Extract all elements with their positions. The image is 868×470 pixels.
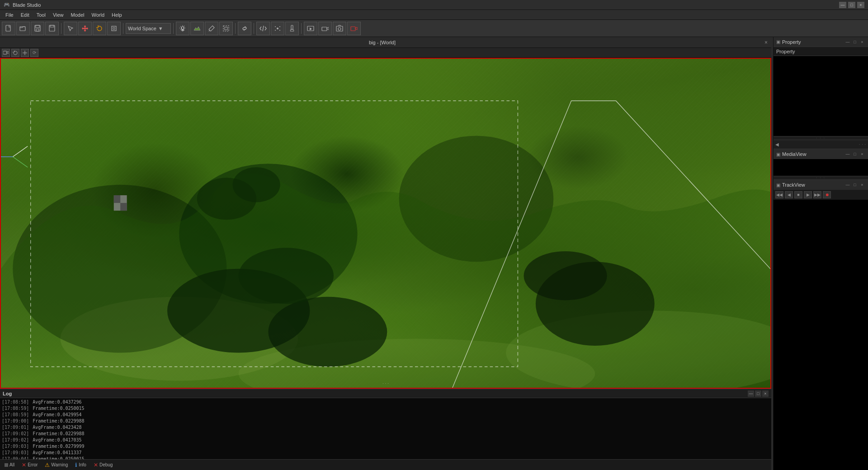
log-timestamp: [17:09:00]: [2, 418, 29, 424]
log-message: Frametime:0.0250015: [33, 456, 84, 459]
open-button[interactable]: [16, 22, 30, 35]
viewport-status: · · ·: [382, 381, 389, 386]
vp-refresh-button[interactable]: [11, 49, 19, 57]
minimize-button[interactable]: —: [839, 2, 846, 8]
track-view-close-button[interactable]: ×: [859, 182, 865, 188]
property-minimize-button[interactable]: —: [844, 39, 851, 45]
filter-all-button[interactable]: All: [3, 461, 16, 468]
rotate-button[interactable]: [93, 22, 106, 35]
coordinate-space-dropdown[interactable]: World Space ▼: [126, 23, 171, 34]
title-bar: 🎮 Blade Studio — □ ×: [0, 0, 868, 10]
menu-view[interactable]: View: [49, 11, 67, 19]
media-view-minimize-button[interactable]: —: [844, 151, 851, 157]
property-maximize-button[interactable]: □: [852, 39, 858, 45]
log-line: [17:09:04] Frametime:0.0250015: [2, 456, 769, 459]
brush-button[interactable]: [285, 22, 299, 35]
track-view-minimize-button[interactable]: —: [844, 182, 851, 188]
filter-debug-button[interactable]: ✕ Debug: [92, 461, 114, 469]
property-collapse-bar[interactable]: · · ·: [774, 136, 868, 140]
log-timestamp: [17:09:02]: [2, 437, 29, 443]
filter-error-button[interactable]: ✕ Error: [20, 461, 39, 469]
track-rewind-button[interactable]: ◀◀: [775, 191, 783, 198]
collapse-dots-2: · · ·: [859, 142, 866, 146]
viewport-canvas[interactable]: · · ·: [0, 58, 771, 389]
video-button[interactable]: [347, 22, 361, 35]
all-filter-icon: [5, 463, 8, 467]
viewport-toolbar: ⟳: [0, 48, 771, 58]
log-close-button[interactable]: ×: [762, 390, 769, 397]
app-title: Blade Studio: [13, 2, 41, 8]
filter-debug-label: Debug: [99, 462, 113, 467]
panel-left-arrow[interactable]: ◀ · · ·: [774, 140, 868, 149]
svg-rect-0: [6, 25, 10, 31]
svg-rect-10: [223, 26, 229, 31]
log-message: Frametime:0.0229988: [33, 431, 84, 437]
log-timestamp: [17:09:03]: [2, 450, 29, 456]
log-maximize-button[interactable]: □: [755, 390, 761, 397]
log-timestamp: [17:09:04]: [2, 456, 29, 459]
media-view-content: [774, 159, 868, 176]
log-timestamp: [17:09:02]: [2, 431, 29, 437]
vp-move-button[interactable]: [21, 49, 29, 57]
link-button[interactable]: [238, 22, 251, 35]
track-view-maximize-button[interactable]: □: [852, 182, 858, 188]
media-view-maximize-button[interactable]: □: [852, 151, 858, 157]
menu-help[interactable]: Help: [108, 11, 126, 19]
viewport-close-button[interactable]: ×: [763, 39, 769, 46]
camera-button[interactable]: [318, 22, 332, 35]
viewport-container: big - [World] × ⟳: [0, 37, 771, 389]
property-panel-icon: ▣: [776, 39, 780, 44]
save-button[interactable]: [31, 22, 44, 35]
menu-model[interactable]: Model: [67, 11, 88, 19]
log-line: [17:09:02] Frametime:0.0229988: [2, 431, 769, 437]
menu-file[interactable]: File: [2, 11, 17, 19]
menu-edit[interactable]: Edit: [17, 11, 33, 19]
separator-1: [61, 23, 61, 34]
separator-5: [254, 23, 254, 34]
filter-error-label: Error: [28, 462, 38, 467]
svg-rect-11: [225, 27, 227, 30]
select-button[interactable]: [219, 22, 233, 35]
track-forward-button[interactable]: ▶▶: [813, 191, 821, 198]
viewport-tab-bar: big - [World] ×: [0, 37, 771, 48]
log-timestamp: [17:08:58]: [2, 399, 29, 405]
svg-point-16: [279, 30, 280, 31]
render-button[interactable]: [304, 22, 317, 35]
filter-info-button[interactable]: ℹ Info: [73, 461, 88, 469]
menu-world[interactable]: World: [88, 11, 108, 19]
select-transform-button[interactable]: [64, 22, 77, 35]
script-button[interactable]: [256, 22, 270, 35]
media-view-close-button[interactable]: ×: [859, 151, 865, 157]
filter-warning-button[interactable]: ⚠ Warning: [43, 461, 70, 469]
log-message: AvgFrame:0.0429954: [33, 412, 81, 418]
photo-button[interactable]: [333, 22, 346, 35]
move-button[interactable]: [78, 22, 92, 35]
new-button[interactable]: [2, 22, 15, 35]
left-area: big - [World] × ⟳: [0, 37, 771, 470]
scale-button[interactable]: [107, 22, 121, 35]
filter-warning-label: Warning: [51, 462, 68, 467]
property-label: Property: [776, 49, 795, 54]
menu-tool[interactable]: Tool: [33, 11, 49, 19]
track-stop-button[interactable]: ■: [794, 191, 802, 198]
close-button[interactable]: ×: [857, 2, 864, 8]
collapse-dots-3: · · ·: [816, 176, 826, 180]
log-message: Frametime:0.0250015: [33, 405, 84, 412]
paint-button[interactable]: [205, 22, 218, 35]
media-collapse-bar[interactable]: · · ·: [774, 176, 868, 180]
log-panel: Log — □ × [17:08:58] AvgFrame:0.0437296 …: [0, 389, 771, 470]
maximize-button[interactable]: □: [848, 2, 855, 8]
vp-camera-button[interactable]: [2, 49, 10, 57]
log-minimize-button[interactable]: —: [748, 390, 754, 397]
light-button[interactable]: [176, 22, 189, 35]
track-play-button[interactable]: ▶: [804, 191, 812, 198]
track-back-button[interactable]: ◀: [785, 191, 793, 198]
property-close-button[interactable]: ×: [859, 39, 865, 45]
terrain-button[interactable]: [190, 22, 204, 35]
track-record-button[interactable]: ⏺: [823, 191, 831, 198]
particle-button[interactable]: [271, 22, 284, 35]
log-line: [17:09:00] Frametime:0.0229988: [2, 418, 769, 424]
vp-rotate-button[interactable]: ⟳: [30, 49, 38, 57]
save-as-button[interactable]: [45, 22, 59, 35]
log-message: AvgFrame:0.0417035: [33, 437, 81, 443]
